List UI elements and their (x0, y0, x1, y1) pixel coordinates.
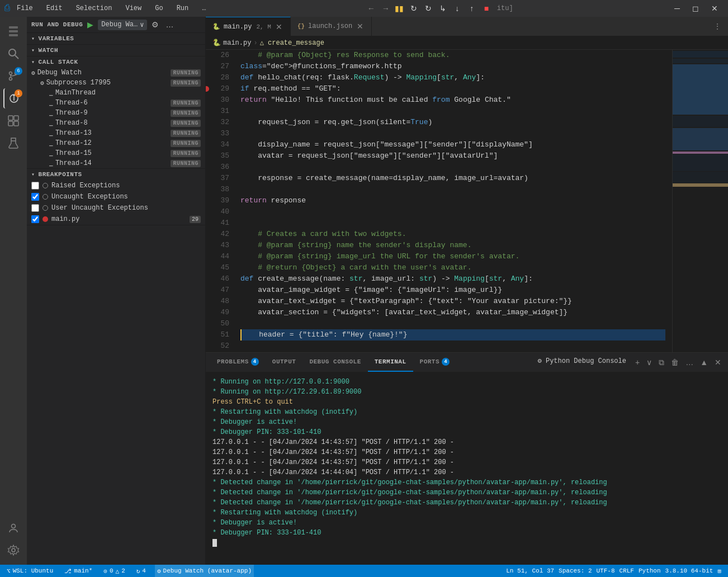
panel-tab-ports[interactable]: PORTS 4 (413, 353, 457, 372)
call-stack-header[interactable]: ▾ CALL STACK (27, 56, 205, 68)
menu-go[interactable]: Go (153, 3, 165, 13)
nav-forward[interactable]: → (379, 3, 393, 14)
debug-pause[interactable]: ▮▮ (393, 2, 405, 15)
tab-bar: 🐍 main.py 2, M ✕ {} launch.json ✕ ⋮ (206, 17, 728, 36)
panel-tab-terminal[interactable]: TERMINAL (368, 353, 413, 372)
debug-refresh[interactable]: ↻ (422, 2, 434, 15)
nav-back[interactable]: ← (364, 3, 379, 14)
watch-header[interactable]: ▾ WATCH (27, 45, 205, 56)
terminal-split[interactable]: ⧉ (656, 357, 666, 368)
activity-test[interactable] (3, 133, 23, 153)
call-stack-item[interactable]: ⎯Thread-14RUNNING (27, 158, 205, 168)
status-language[interactable]: Python (636, 567, 663, 574)
terminal-dropdown[interactable]: ∨ (644, 357, 654, 368)
line-number: 32 (210, 117, 229, 128)
win-close[interactable]: ✕ (706, 3, 724, 14)
terminal-trash[interactable]: 🗑 (669, 357, 681, 368)
debug-play-button[interactable]: ▶ (85, 19, 96, 30)
menu-view[interactable]: View (123, 3, 144, 13)
line-number: 52 (210, 340, 229, 352)
status-encoding[interactable]: UTF-8 (594, 567, 617, 574)
activity-explorer[interactable] (3, 21, 23, 41)
line-number: 33 (210, 128, 229, 139)
status-position[interactable]: Ln 51, Col 37 (504, 567, 556, 574)
svg-rect-13 (14, 116, 18, 120)
activity-debug[interactable]: 1 (3, 88, 23, 108)
call-stack-item[interactable]: ⎯Thread-15RUNNING (27, 148, 205, 158)
status-git[interactable]: ↻ 4 (134, 565, 148, 577)
terminal-add[interactable]: + (633, 357, 642, 368)
activity-account[interactable] (3, 518, 23, 538)
line-number: 41 (210, 217, 229, 229)
tab-close-launch-json[interactable]: ✕ (356, 22, 365, 31)
debug-restart[interactable]: ↻ (408, 2, 420, 15)
code-line: # @param {string} name the sender's disp… (240, 240, 665, 251)
call-stack-item[interactable]: ⚙Subprocess 17995RUNNING (27, 78, 205, 88)
breakpoint-item[interactable]: main.py29 (27, 214, 205, 225)
code-line: if req.method == "GET": (240, 83, 665, 94)
activity-settings[interactable] (3, 540, 23, 560)
terminal-close[interactable]: ✕ (712, 357, 724, 368)
breadcrumb-file[interactable]: main.py (223, 39, 251, 47)
terminal-line: * Detected change in '/home/pierrick/git… (212, 488, 721, 498)
debug-step-over[interactable]: ↳ (437, 2, 449, 15)
bp-checkbox[interactable] (31, 182, 39, 190)
status-python-version[interactable]: 3.8.10 64-bit (663, 567, 716, 574)
debug-stop[interactable]: ■ (480, 2, 493, 15)
status-spaces[interactable]: Spaces: 2 (556, 567, 594, 574)
status-wsl[interactable]: ⌥ WSL: Ubuntu (4, 565, 55, 577)
status-errors[interactable]: ⊙ 0 △ 2 (101, 565, 127, 577)
terminal-more[interactable]: … (683, 357, 696, 368)
activity-extensions[interactable] (3, 111, 23, 131)
call-stack-item[interactable]: ⎯Thread-9RUNNING (27, 108, 205, 118)
tab-split[interactable]: ⋮ (711, 21, 724, 32)
tab-launch-json[interactable]: {} launch.json ✕ (291, 17, 372, 36)
variables-header[interactable]: ▾ VARIABLES (27, 33, 205, 44)
win-restore[interactable]: ◻ (687, 3, 705, 14)
debug-config-dropdown[interactable]: Debug Wa… ∨ (98, 20, 147, 30)
line-number: 26 (210, 50, 229, 61)
bp-checkbox[interactable] (31, 204, 39, 212)
terminal-content[interactable]: * Running on http://127.0.0.1:9000 * Run… (206, 372, 728, 565)
debug-gear-button[interactable]: ⚙ (149, 19, 161, 30)
call-stack-item[interactable]: ⎯Thread-13RUNNING (27, 128, 205, 138)
status-debug-label[interactable]: ⚙ Debug Watch (avatar-app) (155, 565, 254, 577)
status-layout[interactable]: ⊞ (715, 567, 724, 575)
menu-more[interactable]: … (200, 3, 208, 13)
status-eol[interactable]: CRLF (617, 567, 636, 574)
call-stack-item[interactable]: ⚙Debug WatchRUNNING (27, 68, 205, 78)
panel-tab-output[interactable]: OUTPUT (266, 353, 303, 372)
bp-checkbox[interactable] (31, 215, 39, 223)
call-stack-item[interactable]: ⎯MainThread (27, 88, 205, 98)
status-bar: ⌥ WSL: Ubuntu ⎇ main* ⊙ 0 △ 2 ↻ 4 ⚙ Debu… (0, 565, 728, 577)
status-branch[interactable]: ⎇ main* (62, 565, 94, 577)
breakpoints-header[interactable]: ▾ BREAKPOINTS (27, 169, 205, 180)
tab-main-py[interactable]: 🐍 main.py 2, M ✕ (206, 17, 291, 36)
terminal-maximize[interactable]: ▲ (698, 357, 710, 368)
menu-file[interactable]: File (15, 3, 35, 13)
call-stack-item[interactable]: ⎯Thread-6RUNNING (27, 98, 205, 108)
activity-search[interactable] (3, 44, 23, 64)
panel-tab-debug-console[interactable]: DEBUG CONSOLE (302, 353, 367, 372)
breadcrumb-fn[interactable]: △ create_message (260, 39, 324, 47)
running-badge: RUNNING (171, 150, 201, 157)
debug-step-out[interactable]: ↑ (466, 2, 478, 15)
tab-close-main-py[interactable]: ✕ (275, 22, 283, 31)
debug-step-into[interactable]: ↓ (451, 2, 464, 15)
menu-run[interactable]: Run (174, 3, 191, 13)
code-lines[interactable]: # @param {Object} res Response to send b… (234, 50, 672, 352)
call-stack-item[interactable]: ⎯Thread-8RUNNING (27, 118, 205, 128)
panel-tab-problems[interactable]: PROBLEMS 4 (210, 353, 266, 372)
activity-source-control[interactable]: 6 (3, 66, 23, 86)
code-line: class="dec">@functions_framework.http (240, 61, 665, 72)
win-minimize[interactable]: ─ (669, 3, 686, 14)
debug-more-button[interactable]: … (163, 19, 176, 30)
bp-checkbox[interactable] (31, 193, 39, 201)
menu-selection[interactable]: Selection (74, 3, 115, 13)
breakpoint-item[interactable]: User Uncaught Exceptions (27, 202, 205, 214)
call-stack-item[interactable]: ⎯Thread-12RUNNING (27, 138, 205, 148)
breakpoint-item[interactable]: Raised Exceptions (27, 180, 205, 191)
breakpoint-item[interactable]: Uncaught Exceptions (27, 191, 205, 202)
menu-edit[interactable]: Edit (44, 3, 65, 13)
svg-rect-12 (8, 116, 13, 120)
